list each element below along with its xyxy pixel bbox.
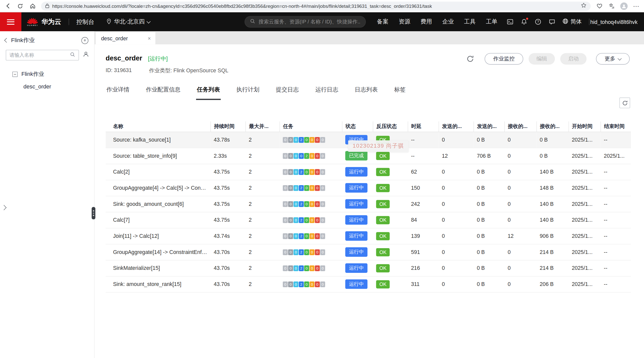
collapse-minus-icon[interactable]: − [12,71,18,77]
task-latency: 84 [408,212,438,228]
job-monitor-button[interactable]: 作业监控 [485,53,523,65]
feedback-icon[interactable] [548,18,556,25]
browser-profile-avatar[interactable] [620,2,628,10]
header-menu-item[interactable]: 工单 [486,18,498,25]
help-icon[interactable]: ? [534,18,542,25]
job-tab-8[interactable]: 标签 [393,86,406,100]
browser-menu-icon[interactable]: ⋯ [633,2,640,10]
add-job-button[interactable]: + [81,37,88,44]
task-count-badge: 0 [320,282,325,287]
task-row[interactable]: Sink: amount_store_rank[15]43.70s2000200… [106,276,631,292]
status-badge: 运行中 [345,231,367,241]
task-count-badge: 0 [310,282,315,287]
job-type: 作业类型: Flink OpenSource SQL [149,67,228,74]
more-button[interactable]: 更多 [596,53,630,65]
job-tab-6[interactable]: 运行日志 [314,86,339,100]
panel-resize-handle[interactable] [92,207,95,219]
address-bar[interactable]: https://console.huaweicloud.com/dli/?loc… [41,2,591,11]
account-username[interactable]: hid_tohoq4vi8lt6hvk [590,19,638,25]
name-search-input[interactable] [10,52,67,58]
task-row[interactable]: Calc[7]43.75s200020000运行中OK8400 B0140 B2… [106,212,631,228]
refresh-job-icon[interactable] [465,54,475,64]
user-icon[interactable] [83,51,89,59]
task-name: Source: kafka_source[1] [106,132,210,148]
status-cell: 运行中 [342,260,373,276]
task-received-bytes: 140 B [536,164,568,180]
task-count-badge: 0 [315,249,320,255]
task-row[interactable]: GroupAggregate[4] -> Calc[5] -> Constrai… [106,180,631,196]
name-search-field[interactable] [6,50,79,60]
task-received-bytes: 0 B [536,148,568,164]
task-count-badge: 0 [320,153,325,159]
console-search[interactable] [245,16,366,28]
task-start-time: 2025/1... [569,244,600,260]
favorites-icon[interactable] [608,2,615,10]
task-count-badge: 0 [304,217,309,223]
task-row[interactable]: Join[11] -> Calc[12]43.74s200020000运行中OK… [106,228,631,244]
task-count-badge: 0 [283,234,288,239]
job-name: desc_order [106,54,142,62]
page-tab-desc-order[interactable]: desc_order × [96,32,156,44]
task-name: Calc[2] [106,164,210,180]
cli-icon[interactable] [506,18,514,25]
search-icon [250,18,255,25]
favorite-star-icon[interactable] [581,2,587,10]
console-link[interactable]: 控制台 [77,18,94,26]
refresh-icon[interactable] [16,2,24,10]
task-count-badge: 0 [288,234,293,239]
task-max-parallelism: 2 [245,244,280,260]
task-row[interactable]: Calc[2]43.75s200020000运行中OK6200 B0140 B2… [106,164,631,180]
task-count-badge: 0 [320,266,325,271]
job-tab-4[interactable]: 执行计划 [236,86,260,100]
task-table-body: Source: kafka_source[1]43.78s200020000运行… [106,132,631,292]
job-tab-3[interactable]: 任务列表 [196,86,221,100]
tree-node-flink-jobs[interactable]: − Flink作业 [0,69,94,79]
task-received-records: 12 [504,228,536,244]
task-max-parallelism: 2 [245,164,280,180]
search-icon[interactable] [70,51,75,59]
url-text[interactable]: https://console.huaweicloud.com/dli/?loc… [52,4,578,9]
back-icon[interactable] [4,2,11,10]
status-cell: 运行中 [342,180,373,196]
header-menu-item[interactable]: 企业 [442,18,454,25]
edit-button[interactable]: 编辑 [528,53,555,65]
header-menu-item[interactable]: 备案 [377,18,389,25]
header-menu-item[interactable]: 费用 [421,18,432,25]
header-menu: 备案资源费用企业工具工单 [377,18,498,25]
task-name: Source: table_store_info[9] [106,148,210,164]
task-row[interactable]: GroupAggregate[14] -> ConstraintEnforcer… [106,244,631,260]
browser-essentials-icon[interactable] [596,2,603,10]
job-tab-5[interactable]: 提交日志 [275,86,300,100]
task-row[interactable]: Sink: goods_amount_count[6]43.75s2000200… [106,196,631,212]
header-menu-item[interactable]: 工具 [464,18,476,25]
task-row[interactable]: SinkMaterializer[15]43.70s200020000运行中OK… [106,260,631,276]
close-icon[interactable]: × [148,35,151,41]
refresh-table-button[interactable] [619,97,630,108]
task-count-badge: 0 [304,169,309,175]
job-tab-1[interactable]: 作业详情 [106,86,130,100]
task-sent-records: 0 [439,132,474,148]
header-menu-item[interactable]: 资源 [399,18,410,25]
task-duration: 43.70s [210,276,245,292]
notification-bell-icon[interactable] [520,18,528,25]
job-tab-7[interactable]: 日志列表 [354,86,378,100]
region-selector[interactable]: 华北-北京四 [107,18,150,25]
task-count-badge: 2 [299,282,304,287]
task-count-badge: 0 [288,282,293,287]
task-start-time: 2025/1... [569,260,600,276]
console-search-input[interactable] [258,19,360,25]
start-button[interactable]: 启动 [560,53,587,65]
tree-node-desc-order[interactable]: desc_order [0,81,94,92]
hamburger-menu-icon[interactable] [0,12,21,31]
job-tab-2[interactable]: 作业配置信息 [145,86,181,100]
language-selector[interactable]: 简体 [562,18,582,25]
task-end-time: -- [600,164,631,180]
task-count-badge: 0 [315,201,320,207]
status-badge: 运行中 [345,215,367,225]
task-name: GroupAggregate[4] -> Calc[5] -> Constrai… [106,180,210,196]
task-end-time: 2025/1... [600,148,631,164]
huawei-logo[interactable]: HUAWEI 华为云 [27,17,61,26]
home-icon[interactable] [29,2,36,10]
browser-toolbar: https://console.huaweicloud.com/dli/?loc… [0,0,644,12]
back-chevron-icon[interactable] [4,38,9,43]
